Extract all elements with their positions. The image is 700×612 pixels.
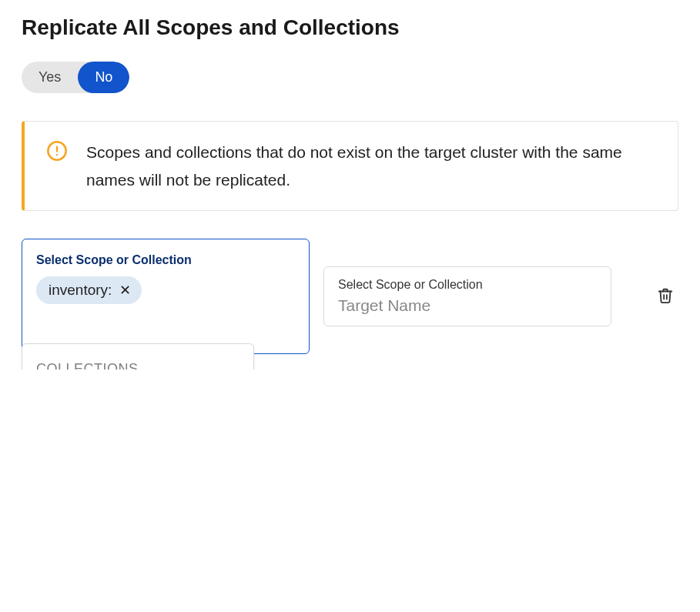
chip-text: inventory: [49, 282, 112, 299]
svg-rect-2 [56, 154, 58, 156]
warning-icon [46, 140, 68, 165]
collections-dropdown[interactable]: COLLECTIONS All Collections airline airp… [22, 343, 254, 370]
replicate-toggle[interactable]: Yes No [22, 62, 129, 93]
svg-rect-1 [56, 146, 58, 152]
source-label: Select Scope or Collection [36, 253, 295, 267]
remove-chip-icon[interactable]: ✕ [119, 283, 131, 297]
selected-scope-chip[interactable]: inventory: ✕ [36, 276, 142, 304]
mapping-row: Select Scope or Collection inventory: ✕ … [22, 239, 678, 354]
target-scope-field[interactable]: Select Scope or Collection [323, 266, 611, 326]
target-name-input[interactable] [338, 296, 597, 315]
warning-alert: Scopes and collections that do not exist… [22, 121, 678, 211]
trash-icon [657, 296, 674, 307]
delete-mapping-button[interactable] [652, 282, 678, 312]
target-label: Select Scope or Collection [338, 278, 597, 292]
warning-text: Scopes and collections that do not exist… [86, 139, 656, 193]
source-scope-selector[interactable]: Select Scope or Collection inventory: ✕ [22, 239, 310, 354]
toggle-no[interactable]: No [78, 62, 129, 93]
toggle-yes[interactable]: Yes [22, 62, 78, 93]
page-title: Replicate All Scopes and Collections [22, 15, 678, 40]
dropdown-header: COLLECTIONS [22, 355, 253, 370]
